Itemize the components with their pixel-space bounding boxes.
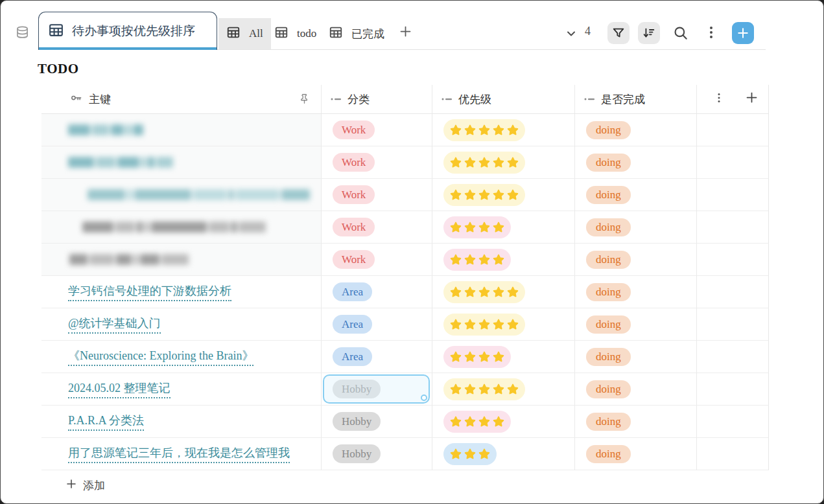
priority-cell[interactable] bbox=[432, 373, 575, 406]
category-cell[interactable]: Hobby bbox=[322, 406, 432, 438]
status-badge: doing bbox=[586, 186, 631, 204]
category-cell[interactable]: Work bbox=[322, 211, 432, 244]
star-icon bbox=[449, 221, 462, 234]
priority-cell[interactable] bbox=[432, 341, 575, 373]
star-rating[interactable] bbox=[443, 184, 525, 206]
status-cell[interactable]: doing bbox=[575, 146, 697, 179]
status-cell[interactable]: doing bbox=[575, 438, 697, 470]
category-cell[interactable]: Work bbox=[322, 179, 432, 211]
key-cell[interactable]: 2024.05.02 整理笔记 bbox=[41, 373, 322, 406]
add-column-icon[interactable] bbox=[745, 91, 759, 108]
key-cell[interactable] bbox=[41, 211, 322, 244]
key-cell[interactable]: P.A.R.A 分类法 bbox=[41, 406, 322, 438]
sort-button[interactable] bbox=[638, 22, 660, 44]
status-cell[interactable]: doing bbox=[575, 114, 697, 146]
priority-cell[interactable] bbox=[432, 114, 575, 146]
priority-cell[interactable] bbox=[432, 146, 575, 179]
key-cell[interactable]: @统计学基础入门 bbox=[41, 308, 322, 341]
priority-cell[interactable] bbox=[432, 308, 575, 341]
star-icon bbox=[464, 286, 477, 299]
more-vertical-icon[interactable] bbox=[703, 25, 719, 40]
empty-cell bbox=[697, 211, 769, 244]
category-cell[interactable]: Hobby bbox=[322, 438, 432, 470]
row-title-link[interactable]: P.A.R.A 分类法 bbox=[68, 413, 144, 431]
star-rating[interactable] bbox=[443, 281, 525, 303]
priority-cell[interactable] bbox=[432, 179, 575, 211]
star-rating[interactable] bbox=[443, 249, 511, 271]
status-badge: doing bbox=[586, 315, 631, 334]
star-rating[interactable] bbox=[443, 152, 525, 174]
status-cell[interactable]: doing bbox=[575, 276, 697, 308]
add-record-button[interactable] bbox=[732, 22, 754, 44]
status-cell[interactable]: doing bbox=[575, 244, 697, 276]
category-cell[interactable]: Area bbox=[322, 341, 432, 373]
category-cell[interactable]: Area bbox=[322, 308, 432, 341]
row-title-link[interactable]: 学习钙信号处理的下游数据分析 bbox=[68, 283, 231, 301]
key-cell[interactable] bbox=[41, 244, 322, 276]
column-label: 主键 bbox=[89, 92, 111, 107]
row-title-link[interactable]: @统计学基础入门 bbox=[68, 315, 161, 334]
star-rating[interactable] bbox=[443, 411, 511, 433]
status-cell[interactable]: doing bbox=[575, 373, 697, 406]
status-cell[interactable]: doing bbox=[575, 211, 697, 244]
priority-cell[interactable] bbox=[432, 276, 575, 308]
empty-cell bbox=[697, 438, 769, 470]
priority-cell[interactable] bbox=[432, 211, 575, 244]
star-rating[interactable] bbox=[443, 314, 525, 336]
empty-cell bbox=[697, 244, 769, 276]
star-icon bbox=[464, 253, 477, 266]
key-cell[interactable]: 用了思源笔记三年后，现在我是怎么管理我 bbox=[41, 438, 322, 470]
status-cell[interactable]: doing bbox=[575, 341, 697, 373]
category-tag: Work bbox=[333, 185, 375, 204]
star-icon bbox=[478, 448, 491, 461]
category-cell[interactable]: Work bbox=[322, 244, 432, 276]
row-title-link[interactable]: 《Neuroscience: Exploring the Brain》 bbox=[68, 348, 253, 366]
category-tag: Area bbox=[333, 282, 372, 301]
status-cell[interactable]: doing bbox=[575, 406, 697, 438]
star-icon bbox=[478, 221, 491, 234]
column-header-key[interactable]: 主键 bbox=[41, 85, 322, 114]
key-cell[interactable] bbox=[41, 114, 322, 146]
row-title-link[interactable]: 2024.05.02 整理笔记 bbox=[68, 380, 171, 398]
key-cell[interactable] bbox=[41, 146, 322, 179]
column-header-done[interactable]: 是否完成 bbox=[575, 85, 697, 114]
key-cell[interactable]: 学习钙信号处理的下游数据分析 bbox=[41, 276, 322, 308]
pin-icon[interactable] bbox=[298, 93, 311, 108]
star-rating[interactable] bbox=[443, 119, 525, 141]
category-tag: Hobby bbox=[333, 380, 381, 398]
filter-button[interactable] bbox=[607, 22, 630, 44]
add-row-button[interactable]: 添加 bbox=[41, 470, 769, 500]
table-body: Work doingWork doingWork doingWork doing… bbox=[41, 114, 769, 470]
column-header-actions bbox=[697, 85, 769, 114]
priority-cell[interactable] bbox=[432, 406, 575, 438]
empty-cell bbox=[697, 308, 769, 341]
star-icon bbox=[506, 124, 519, 137]
priority-cell[interactable] bbox=[432, 244, 575, 276]
empty-cell bbox=[697, 276, 769, 308]
selected-cell-handle[interactable] bbox=[421, 395, 427, 401]
priority-cell[interactable] bbox=[432, 438, 575, 470]
category-cell[interactable]: Hobby bbox=[322, 373, 432, 406]
category-cell[interactable]: Work bbox=[322, 114, 432, 146]
redacted-title bbox=[68, 124, 143, 137]
table-row: @统计学基础入门Area doing bbox=[41, 308, 769, 341]
star-rating[interactable] bbox=[443, 346, 511, 368]
category-cell[interactable]: Work bbox=[322, 146, 432, 179]
star-rating[interactable] bbox=[443, 378, 525, 400]
key-cell[interactable] bbox=[41, 179, 322, 211]
star-rating[interactable] bbox=[443, 443, 497, 465]
empty-cell bbox=[697, 373, 769, 406]
category-cell[interactable]: Area bbox=[322, 276, 432, 308]
star-rating[interactable] bbox=[443, 216, 511, 238]
key-cell[interactable]: 《Neuroscience: Exploring the Brain》 bbox=[41, 341, 322, 373]
chevron-down-icon[interactable] bbox=[565, 27, 578, 40]
star-icon bbox=[449, 448, 462, 461]
status-cell[interactable]: doing bbox=[575, 179, 697, 211]
more-vertical-icon[interactable] bbox=[712, 91, 725, 108]
column-header-category[interactable]: 分类 bbox=[322, 85, 432, 114]
column-header-priority[interactable]: 优先级 bbox=[432, 85, 575, 114]
search-icon[interactable] bbox=[672, 25, 689, 41]
category-tag: Hobby bbox=[333, 412, 381, 431]
row-title-link[interactable]: 用了思源笔记三年后，现在我是怎么管理我 bbox=[68, 445, 290, 463]
status-cell[interactable]: doing bbox=[575, 308, 697, 341]
